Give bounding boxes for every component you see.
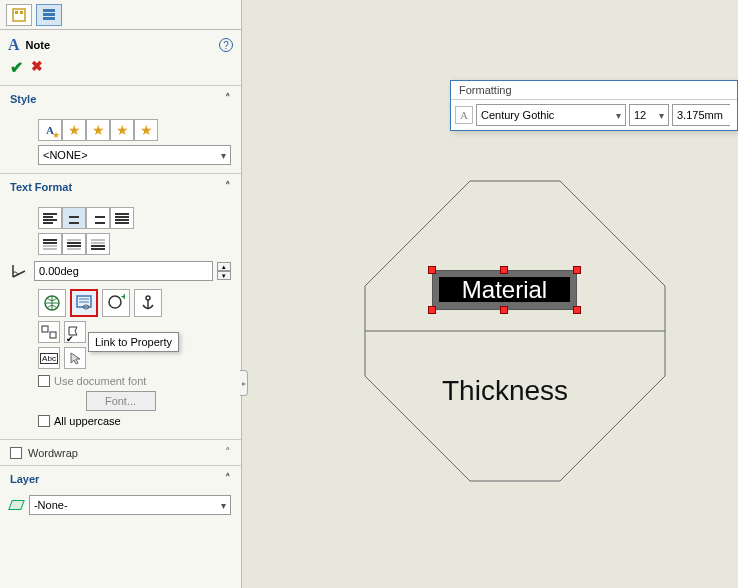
valign-middle-button[interactable] (62, 233, 86, 255)
section-text-format-label: Text Format (10, 181, 72, 193)
tab-feature-manager[interactable] (6, 4, 32, 26)
note-icon: A (8, 36, 20, 54)
layer-icon (8, 500, 25, 510)
style-favorite-row: A★ ★ ★ ★ ★ (38, 119, 231, 141)
chevron-down-icon: ▾ (659, 110, 664, 121)
insert-row-1: + (38, 289, 231, 317)
symbol-icon (41, 325, 57, 339)
angle-down[interactable]: ▾ (217, 271, 231, 280)
valign-top-button[interactable] (38, 233, 62, 255)
section-text-format-header[interactable]: Text Format ˄ (0, 174, 241, 199)
chevron-up-icon: ˄ (225, 180, 231, 193)
use-doc-font-label: Use document font (54, 375, 146, 387)
note-textbox-material[interactable]: Material (432, 270, 577, 310)
style-fav-add[interactable]: ★ (62, 119, 86, 141)
anchor-icon (139, 294, 157, 312)
font-height-field[interactable]: 3.175mm (672, 104, 730, 126)
align-row-1 (38, 207, 231, 229)
align-justify-button[interactable] (110, 207, 134, 229)
panel-title-row: A Note ? (0, 30, 241, 56)
section-layer: Layer ˄ -None- ▾ (0, 466, 241, 523)
handle-ne[interactable] (573, 266, 581, 274)
use-doc-font-row[interactable]: Use document font (38, 375, 231, 387)
help-icon[interactable]: ? (219, 38, 233, 52)
property-panel: A Note ? ✔ ✖ Style ˄ A★ ★ ★ ★ ★ <NONE> ▾ (0, 0, 242, 588)
handle-nw[interactable] (428, 266, 436, 274)
text-style-icon[interactable]: A (455, 106, 473, 124)
style-fav-apply[interactable]: A★ (38, 119, 62, 141)
align-left-button[interactable] (38, 207, 62, 229)
svg-rect-14 (42, 326, 48, 332)
svg-point-10 (109, 296, 121, 308)
font-family-combo[interactable]: Century Gothic ▾ (476, 104, 626, 126)
handle-sw[interactable] (428, 306, 436, 314)
font-height-value: 3.175mm (677, 109, 723, 121)
cursor-icon (68, 351, 82, 365)
section-style: Style ˄ A★ ★ ★ ★ ★ <NONE> ▾ (0, 86, 241, 174)
use-doc-font-checkbox[interactable] (38, 375, 50, 387)
wordwrap-row[interactable]: Wordwrap ˄ (0, 440, 241, 465)
font-family-value: Century Gothic (481, 109, 554, 121)
wordwrap-checkbox[interactable] (10, 447, 22, 459)
all-uppercase-row[interactable]: All uppercase (38, 415, 231, 427)
tab-property-manager[interactable] (36, 4, 62, 26)
ok-cancel-row: ✔ ✖ (0, 56, 241, 86)
insert-flag-button[interactable]: ✔ (64, 321, 86, 343)
svg-rect-3 (43, 9, 55, 12)
svg-text:+: + (121, 294, 125, 302)
section-text-format: Text Format ˄ ▴▾ + (0, 174, 241, 440)
section-wordwrap: Wordwrap ˄ (0, 440, 241, 466)
fit-text-button[interactable]: Abc (38, 347, 60, 369)
chevron-down-icon: ▾ (221, 500, 226, 511)
style-fav-delete[interactable]: ★ (86, 119, 110, 141)
chevron-up-icon: ˄ (225, 446, 231, 459)
valign-bottom-button[interactable] (86, 233, 110, 255)
cancel-button[interactable]: ✖ (31, 58, 43, 77)
insert-balloon-button[interactable]: + (102, 289, 130, 317)
angle-icon (10, 261, 30, 281)
chevron-down-icon: ▾ (616, 110, 621, 121)
panel-title: Note (26, 39, 50, 51)
angle-spinner[interactable]: ▴▾ (217, 262, 231, 280)
svg-rect-2 (20, 11, 23, 14)
select-tool-button[interactable] (64, 347, 86, 369)
insert-anchor-button[interactable] (134, 289, 162, 317)
balloon-icon: + (107, 294, 125, 312)
wordwrap-label: Wordwrap (28, 447, 78, 459)
layer-value: -None- (34, 499, 68, 511)
octagon-shape (355, 176, 675, 496)
chevron-down-icon: ▾ (221, 150, 226, 161)
layer-combo[interactable]: -None- ▾ (29, 495, 231, 515)
property-manager-icon (42, 8, 56, 22)
formatting-toolbar[interactable]: Formatting A Century Gothic ▾ 12 ▾ 3.175… (450, 80, 738, 131)
section-style-header[interactable]: Style ˄ (0, 86, 241, 111)
section-layer-header[interactable]: Layer ˄ (0, 466, 241, 491)
svg-rect-15 (50, 332, 56, 338)
insert-hyperlink-button[interactable] (38, 289, 66, 317)
note-text-thickness[interactable]: Thickness (442, 375, 568, 407)
all-uppercase-label: All uppercase (54, 415, 121, 427)
angle-up[interactable]: ▴ (217, 262, 231, 271)
align-center-button[interactable] (62, 207, 86, 229)
link-property-icon (75, 294, 93, 312)
globe-icon (43, 294, 61, 312)
material-text: Material (439, 277, 570, 302)
font-size-combo[interactable]: 12 ▾ (629, 104, 669, 126)
formatting-title: Formatting (451, 81, 737, 100)
style-fav-load[interactable]: ★ (134, 119, 158, 141)
section-layer-label: Layer (10, 473, 39, 485)
insert-symbol-button[interactable] (38, 321, 60, 343)
font-button[interactable]: Font... (86, 391, 156, 411)
link-to-property-button[interactable] (70, 289, 98, 317)
style-fav-save[interactable]: ★ (110, 119, 134, 141)
ok-button[interactable]: ✔ (10, 58, 23, 77)
svg-point-12 (146, 296, 150, 300)
style-preset-combo[interactable]: <NONE> ▾ (38, 145, 231, 165)
handle-se[interactable] (573, 306, 581, 314)
font-size-value: 12 (634, 109, 646, 121)
handle-n[interactable] (500, 266, 508, 274)
handle-s[interactable] (500, 306, 508, 314)
angle-input[interactable] (34, 261, 213, 281)
align-right-button[interactable] (86, 207, 110, 229)
all-uppercase-checkbox[interactable] (38, 415, 50, 427)
